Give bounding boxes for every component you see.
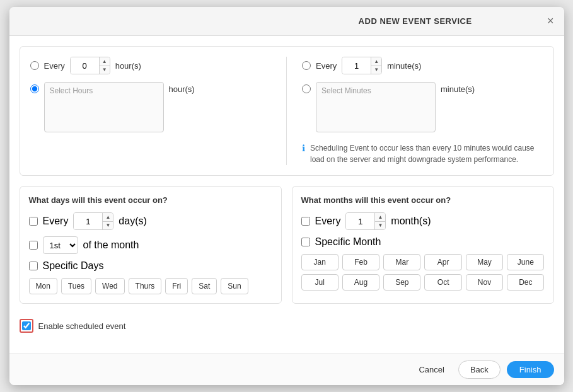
- specific-days-checkbox[interactable]: [29, 262, 38, 270]
- close-button[interactable]: ×: [547, 14, 554, 28]
- months-up-btn[interactable]: ▲: [375, 213, 385, 222]
- hours-input[interactable]: [71, 57, 99, 74]
- enable-checkbox-wrap: [20, 319, 33, 333]
- month-btn-nov[interactable]: Nov: [466, 274, 503, 291]
- month-btn-apr[interactable]: Apr: [424, 254, 461, 270]
- hours-every-row: Every ▲ ▼ hour(s): [30, 57, 272, 74]
- months-every-checkbox[interactable]: [301, 217, 310, 226]
- specific-days-row: Specific Days: [29, 260, 272, 272]
- days-ofmonth-checkbox[interactable]: [29, 241, 38, 250]
- minutes-every-label: Every: [316, 61, 337, 71]
- minutes-input[interactable]: [342, 57, 371, 74]
- info-text: Scheduling Event to occur less than ever…: [310, 142, 543, 165]
- enable-row: Enable scheduled event: [20, 314, 554, 338]
- info-box: ℹ Scheduling Event to occur less than ev…: [302, 137, 543, 165]
- time-divider: [286, 57, 287, 165]
- months-every-row: Every ▲ ▼ month(s): [301, 212, 545, 230]
- minutes-up-btn[interactable]: ▲: [371, 57, 381, 66]
- hours-select-placeholder: Select Hours: [50, 86, 93, 95]
- months-unit-label: month(s): [391, 216, 431, 227]
- days-down-btn[interactable]: ▼: [103, 222, 113, 230]
- days-ofmonth-select[interactable]: 1st2nd3rd4th5th: [43, 236, 78, 254]
- month-btn-oct[interactable]: Oct: [424, 274, 461, 291]
- month-btn-aug[interactable]: Aug: [342, 274, 379, 291]
- months-spinner: ▲ ▼: [345, 212, 386, 230]
- day-btn-mon[interactable]: Mon: [29, 278, 57, 294]
- hours-unit-label: hour(s): [115, 61, 141, 71]
- months-spin-buttons: ▲ ▼: [374, 213, 385, 229]
- month-btn-mar[interactable]: Mar: [383, 254, 420, 270]
- day-btn-wed[interactable]: Wed: [95, 278, 124, 294]
- month-btn-sep[interactable]: Sep: [383, 274, 420, 291]
- month-btn-jan[interactable]: Jan: [301, 254, 339, 270]
- days-card: What days will this event occur on? Ever…: [20, 186, 282, 304]
- hours-select-unit: hour(s): [169, 84, 195, 94]
- specific-month-label: Specific Month: [315, 236, 381, 248]
- days-unit-label: day(s): [119, 216, 146, 227]
- minutes-spin-buttons: ▲ ▼: [371, 57, 381, 74]
- info-icon: ℹ: [302, 143, 305, 153]
- finish-button[interactable]: Finish: [507, 361, 554, 378]
- months-card: What months will this event occur on? Ev…: [292, 186, 554, 304]
- minutes-select-unit: minute(s): [441, 84, 475, 94]
- enable-label: Enable scheduled event: [38, 321, 126, 331]
- day-buttons-group: Mon Tues Wed Thurs Fri Sat Sun: [29, 278, 272, 294]
- month-btn-dec[interactable]: Dec: [507, 274, 544, 291]
- minutes-half: Every ▲ ▼ minute(s): [302, 57, 543, 165]
- days-input[interactable]: [74, 213, 102, 229]
- minutes-every-radio[interactable]: [302, 61, 311, 70]
- minutes-spinner: ▲ ▼: [342, 57, 382, 74]
- minutes-select-radio[interactable]: [302, 84, 311, 93]
- specific-month-row: Specific Month: [301, 236, 545, 248]
- months-title: What months will this event occur on?: [301, 195, 545, 205]
- hours-half: Every ▲ ▼ hour(s): [30, 57, 272, 165]
- minutes-unit-label: minute(s): [387, 61, 421, 71]
- day-btn-thurs[interactable]: Thurs: [129, 278, 162, 294]
- days-title: What days will this event occur on?: [29, 195, 272, 205]
- minutes-select-row: Select Minutes minute(s): [302, 82, 543, 132]
- days-ofmonth-label: of the month: [83, 239, 139, 251]
- hours-select-row: Select Hours hour(s): [30, 82, 272, 132]
- days-months-section: What days will this event occur on? Ever…: [20, 186, 554, 304]
- minutes-every-row: Every ▲ ▼ minute(s): [302, 57, 543, 74]
- time-section: Every ▲ ▼ hour(s): [20, 46, 554, 176]
- hours-down-btn[interactable]: ▼: [100, 66, 110, 74]
- days-ofmonth-row: 1st2nd3rd4th5th of the month: [29, 236, 272, 254]
- specific-month-checkbox[interactable]: [301, 238, 310, 246]
- days-every-row: Every ▲ ▼ day(s): [29, 212, 272, 230]
- hours-select-box: Select Hours: [44, 82, 164, 132]
- hours-select-radio[interactable]: [30, 84, 39, 93]
- modal-header: ADD NEW EVENT SERVICE ×: [9, 7, 564, 36]
- month-btn-feb[interactable]: Feb: [342, 254, 379, 270]
- days-every-checkbox[interactable]: [29, 217, 38, 226]
- back-button[interactable]: Back: [458, 360, 501, 379]
- hours-multiselect[interactable]: Select Hours: [44, 82, 164, 132]
- month-grid: Jan Feb Mar Apr May June Jul Aug Sep Oct…: [301, 254, 545, 291]
- days-spinner: ▲ ▼: [73, 212, 113, 230]
- month-btn-jul[interactable]: Jul: [301, 274, 339, 291]
- day-btn-fri[interactable]: Fri: [165, 278, 188, 294]
- days-up-btn[interactable]: ▲: [103, 213, 113, 222]
- minutes-multiselect[interactable]: Select Minutes: [316, 82, 436, 132]
- modal-body: Every ▲ ▼ hour(s): [9, 36, 564, 354]
- hours-up-btn[interactable]: ▲: [100, 57, 110, 66]
- month-btn-june[interactable]: June: [507, 254, 544, 270]
- enable-checkbox[interactable]: [22, 321, 31, 330]
- minutes-select-box: Select Minutes: [316, 82, 436, 132]
- months-input[interactable]: [346, 213, 374, 229]
- modal: ADD NEW EVENT SERVICE × Every ▲: [9, 7, 564, 385]
- day-btn-sat[interactable]: Sat: [192, 278, 217, 294]
- cancel-button[interactable]: Cancel: [411, 361, 451, 378]
- day-btn-tues[interactable]: Tues: [61, 278, 91, 294]
- month-btn-may[interactable]: May: [466, 254, 503, 270]
- modal-title: ADD NEW EVENT SERVICE: [283, 16, 547, 26]
- hours-every-radio[interactable]: [30, 61, 39, 70]
- hours-spinner: ▲ ▼: [70, 57, 110, 74]
- day-btn-sun[interactable]: Sun: [221, 278, 248, 294]
- days-spin-buttons: ▲ ▼: [102, 213, 113, 229]
- months-every-label: Every: [315, 216, 341, 227]
- months-down-btn[interactable]: ▼: [375, 222, 385, 230]
- minutes-down-btn[interactable]: ▼: [371, 66, 381, 74]
- minutes-select-placeholder: Select Minutes: [321, 86, 371, 95]
- time-section-inner: Every ▲ ▼ hour(s): [30, 57, 543, 165]
